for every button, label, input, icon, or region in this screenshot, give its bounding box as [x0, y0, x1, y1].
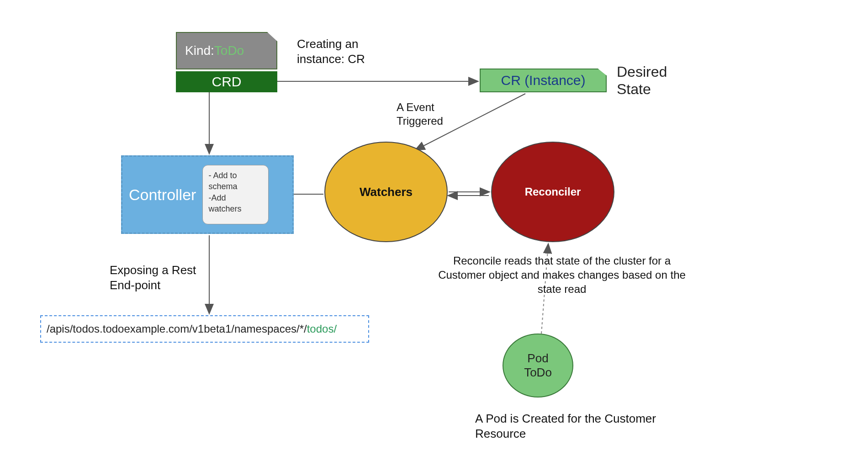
api-endpoint-box: /apis/todos.todoexample.com/v1beta1/name…	[40, 315, 369, 343]
cr-instance-box: CR (Instance)	[480, 69, 607, 92]
watchers-ellipse: Watchers	[324, 142, 448, 242]
reconciler-ellipse: Reconciler	[491, 142, 614, 242]
cr-instance-label: CR (Instance)	[501, 73, 585, 88]
pod-ellipse: Pod ToDo	[503, 334, 573, 397]
watchers-label: Watchers	[360, 185, 413, 199]
pod-line1: Pod	[524, 351, 552, 366]
controller-box: Controller - Add to schema -Add watchers	[121, 155, 294, 234]
controller-title: Controller	[129, 186, 196, 204]
creating-instance-label: Creating an instance: CR	[297, 37, 365, 66]
exposing-rest-label: Exposing a Rest End-point	[110, 263, 196, 292]
pod-note-label: A Pod is Created for the Customer Resour…	[475, 411, 656, 441]
reconcile-description: Reconcile reads that state of the cluste…	[434, 254, 690, 297]
kind-box: Kind: ToDo	[176, 32, 277, 69]
kind-value: ToDo	[214, 43, 244, 58]
kind-key: Kind:	[185, 43, 214, 58]
crd-label: CRD	[212, 74, 242, 90]
crd-box: CRD	[176, 71, 277, 92]
event-triggered-label: A Event Triggered	[397, 101, 443, 128]
api-path-prefix: /apis/todos.todoexample.com/v1beta1/name…	[47, 323, 307, 335]
controller-notes: - Add to schema -Add watchers	[202, 165, 269, 224]
api-path-suffix: todos/	[307, 323, 337, 335]
pod-line2: ToDo	[524, 366, 552, 380]
reconciler-label: Reconciler	[525, 185, 581, 198]
diagram-canvas: Kind: ToDo CRD CR (Instance) Desired Sta…	[32, 23, 836, 443]
desired-state-label: Desired State	[617, 63, 667, 98]
